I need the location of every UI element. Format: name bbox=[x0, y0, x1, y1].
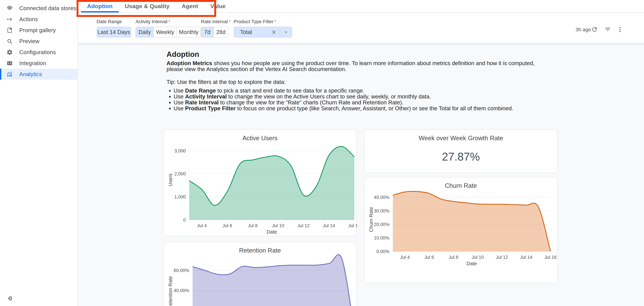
sidebar-item-preview[interactable]: Preview bbox=[0, 36, 78, 47]
svg-text:20.00%: 20.00% bbox=[374, 222, 390, 227]
sidebar-item-analytics[interactable]: Analytics bbox=[0, 69, 78, 80]
date-range-value: Last 14 Days bbox=[98, 29, 130, 35]
sidebar-item-label: Integration bbox=[19, 60, 46, 66]
rate-interval-label: Rate Interval* bbox=[201, 19, 231, 24]
more-options-button[interactable] bbox=[615, 25, 625, 34]
dropdown-divider bbox=[280, 29, 280, 35]
svg-text:3,000: 3,000 bbox=[174, 148, 186, 153]
list-item: Use Rate Interval to change the view for… bbox=[174, 100, 513, 105]
svg-text:Date: Date bbox=[266, 229, 277, 235]
svg-text:Jul 4: Jul 4 bbox=[197, 223, 207, 228]
date-range-chip[interactable]: Last 14 Days bbox=[96, 27, 131, 37]
svg-text:Retention Rate: Retention Rate bbox=[168, 276, 173, 306]
svg-text:Jul 12: Jul 12 bbox=[298, 223, 310, 228]
growth-rate-value: 27.87% bbox=[364, 150, 557, 163]
activity-option-weekly[interactable]: Weekly bbox=[154, 27, 177, 37]
svg-text:Jul 14: Jul 14 bbox=[323, 223, 335, 228]
data-stores-icon bbox=[6, 5, 13, 11]
tab-label: Value bbox=[210, 3, 226, 9]
tab-label: Agent bbox=[182, 3, 198, 9]
svg-text:Jul 16: Jul 16 bbox=[348, 223, 357, 228]
prompt-gallery-icon bbox=[6, 27, 13, 33]
filter-bar: Date Range Last 14 Days Activity Interva… bbox=[78, 13, 644, 43]
activity-option-daily[interactable]: Daily bbox=[136, 27, 154, 37]
activity-interval-label: Activity Interval* bbox=[136, 19, 170, 24]
filter-list-button[interactable] bbox=[603, 25, 612, 34]
svg-text:10.00%: 10.00% bbox=[374, 235, 390, 241]
svg-text:Jul 4: Jul 4 bbox=[400, 255, 410, 260]
svg-text:Jul 16: Jul 16 bbox=[544, 255, 556, 260]
chart-title: Week over Week Growth Rate bbox=[364, 135, 557, 142]
active-users-card: Active Users 01,0002,0003,000Jul 4Jul 6J… bbox=[164, 130, 356, 236]
svg-text:Jul 6: Jul 6 bbox=[222, 223, 232, 228]
rate-interval-toggle: 7d 28d bbox=[201, 27, 228, 37]
tab-agent[interactable]: Agent bbox=[176, 0, 204, 12]
sidebar-nav: Connected data stores Actions Prompt gal… bbox=[0, 3, 78, 80]
retention-rate-card: Retention Rate 0.00%20.00%40.00%60.00%Ju… bbox=[164, 242, 356, 306]
activity-interval-toggle: Daily Weekly Monthly bbox=[136, 27, 201, 37]
sidebar-item-label: Configurations bbox=[19, 49, 56, 55]
sidebar-item-label: Connected data stores bbox=[19, 5, 76, 11]
sidebar: Connected data stores Actions Prompt gal… bbox=[0, 0, 78, 306]
product-type-value: Total bbox=[240, 29, 271, 35]
retention-rate-chart[interactable]: 0.00%20.00%40.00%60.00%Jul 4Jul 6Jul 8Ju… bbox=[164, 242, 357, 306]
preview-icon bbox=[6, 38, 13, 44]
list-item: Use Activity Interval to change the view… bbox=[174, 94, 513, 100]
configurations-icon bbox=[6, 49, 13, 55]
sidebar-item-label: Preview bbox=[19, 38, 40, 44]
sidebar-item-label: Analytics bbox=[19, 71, 42, 77]
tab-label: Usage & Quality bbox=[125, 3, 170, 9]
product-type-dropdown[interactable]: Total bbox=[234, 27, 292, 37]
sidebar-item-prompt-gallery[interactable]: Prompt gallery bbox=[0, 25, 78, 36]
tab-adoption[interactable]: Adoption bbox=[81, 0, 119, 12]
growth-rate-card: Week over Week Growth Rate 27.87% bbox=[364, 130, 558, 173]
analytics-tab-bar: Adoption Usage & Quality Agent Value bbox=[78, 0, 644, 12]
svg-text:0.00%: 0.00% bbox=[376, 249, 390, 254]
svg-text:Churn Rate: Churn Rate bbox=[368, 207, 374, 232]
svg-text:Jul 6: Jul 6 bbox=[424, 255, 434, 260]
main-content: Adoption Adoption Metrics shows you how … bbox=[78, 43, 644, 306]
sidebar-item-label: Actions bbox=[19, 16, 38, 22]
svg-text:30.00%: 30.00% bbox=[374, 208, 390, 213]
intro-paragraph: Adoption Metrics shows you how people ar… bbox=[166, 60, 548, 72]
svg-text:Jul 8: Jul 8 bbox=[248, 223, 258, 228]
integration-icon bbox=[6, 60, 13, 66]
tab-value[interactable]: Value bbox=[204, 0, 232, 12]
rate-option-28d[interactable]: 28d bbox=[214, 27, 228, 37]
rate-option-7d[interactable]: 7d bbox=[201, 27, 214, 37]
sidebar-item-configurations[interactable]: Configurations bbox=[0, 47, 78, 58]
svg-text:Jul 10: Jul 10 bbox=[272, 223, 284, 228]
tab-usage-quality[interactable]: Usage & Quality bbox=[119, 0, 176, 12]
refresh-button[interactable] bbox=[590, 25, 599, 34]
collapse-sidebar-button[interactable] bbox=[6, 295, 14, 302]
last-refresh-text: 3h ago bbox=[576, 27, 591, 32]
churn-rate-chart[interactable]: 0.00%10.00%20.00%30.00%40.00%Jul 4Jul 6J… bbox=[364, 177, 558, 284]
svg-text:Jul 12: Jul 12 bbox=[496, 255, 508, 260]
svg-text:40.00%: 40.00% bbox=[174, 288, 189, 293]
actions-icon bbox=[6, 16, 13, 22]
svg-text:Date: Date bbox=[466, 261, 477, 266]
sidebar-item-actions[interactable]: Actions bbox=[0, 14, 78, 25]
clear-filter-icon[interactable] bbox=[271, 29, 277, 35]
svg-text:Jul 8: Jul 8 bbox=[449, 255, 458, 260]
tip-text: Tip: Use the filters at the top to explo… bbox=[166, 79, 286, 85]
product-type-filter-label: Product Type Filter* bbox=[234, 19, 276, 24]
sidebar-item-integration[interactable]: Integration bbox=[0, 58, 78, 69]
analytics-icon bbox=[6, 71, 13, 77]
svg-text:2,000: 2,000 bbox=[174, 171, 186, 176]
activity-option-monthly[interactable]: Monthly bbox=[177, 27, 200, 37]
page-title: Adoption bbox=[166, 50, 199, 58]
tips-list: Use Date Range to pick a start and end d… bbox=[174, 88, 513, 111]
list-item: Use Product Type Filter to focus on one … bbox=[174, 105, 513, 111]
date-range-label: Date Range bbox=[96, 19, 122, 24]
svg-text:Jul 10: Jul 10 bbox=[472, 255, 484, 260]
svg-text:40.00%: 40.00% bbox=[374, 195, 390, 200]
list-item: Use Date Range to pick a start and end d… bbox=[174, 88, 513, 94]
chevron-down-icon[interactable] bbox=[283, 29, 289, 35]
svg-text:Jul 14: Jul 14 bbox=[520, 255, 532, 260]
churn-rate-card: Churn Rate 0.00%10.00%20.00%30.00%40.00%… bbox=[364, 177, 558, 283]
svg-text:1,000: 1,000 bbox=[174, 194, 186, 199]
sidebar-item-connected-data-stores[interactable]: Connected data stores bbox=[0, 3, 78, 14]
svg-text:0: 0 bbox=[183, 217, 186, 222]
active-users-chart[interactable]: 01,0002,0003,000Jul 4Jul 6Jul 8Jul 10Jul… bbox=[164, 130, 357, 236]
